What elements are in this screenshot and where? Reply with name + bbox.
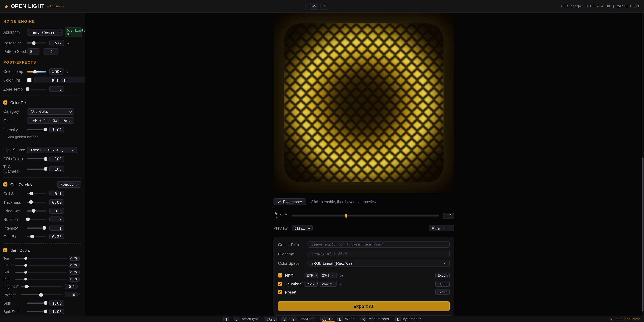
resolution-slider[interactable] [27, 42, 46, 43]
spill-slider[interactable] [27, 303, 46, 304]
export-all-button[interactable]: Export All [278, 301, 450, 311]
color-temp-slider[interactable] [27, 71, 46, 72]
tlci-camera--slider[interactable] [27, 168, 46, 169]
export-button[interactable]: Export [436, 281, 450, 287]
checkbox-export-hdr[interactable]: ✓ [278, 274, 282, 278]
gel-select[interactable]: LEE 021 - Gold Amber [27, 117, 74, 124]
slider-knob[interactable] [44, 301, 47, 305]
tonemap-select[interactable]: Filmic [429, 225, 454, 231]
value-input[interactable] [49, 69, 64, 75]
value-input[interactable] [49, 127, 64, 133]
export-button[interactable]: Export [436, 289, 450, 295]
slider-knob[interactable] [39, 293, 43, 297]
thickness-slider[interactable] [27, 201, 46, 203]
slider-knob[interactable] [44, 128, 47, 131]
value-input[interactable] [49, 309, 64, 315]
reseed-button[interactable] [43, 48, 59, 55]
format-select[interactable]: EXR▼ [304, 273, 318, 279]
redo-button[interactable]: ↷ [320, 3, 329, 10]
light-source-select[interactable]: Ideal (100/100) [27, 147, 77, 153]
value-input[interactable] [49, 86, 64, 92]
value-input[interactable] [49, 190, 64, 196]
output-path-input[interactable] [308, 241, 450, 248]
intensity-slider[interactable] [27, 129, 46, 130]
preview-ev-value[interactable] [443, 213, 454, 219]
value-input[interactable] [69, 277, 80, 282]
value-input[interactable] [49, 199, 64, 205]
checkbox-grid-overlay[interactable]: ✓ [3, 182, 8, 187]
bottom-slider[interactable] [15, 265, 67, 266]
value-input[interactable] [69, 263, 80, 268]
slider-knob[interactable] [24, 264, 27, 267]
value-input[interactable] [65, 292, 78, 297]
slider-knob[interactable] [29, 192, 33, 195]
slider-knob[interactable] [44, 310, 47, 314]
slider-knob[interactable] [42, 226, 46, 230]
size-select[interactable]: 2048▼ [320, 273, 337, 279]
value-input[interactable] [49, 225, 64, 231]
rotation-slider[interactable] [21, 294, 62, 295]
slider-knob[interactable] [44, 157, 47, 161]
control-label: Edge Soft [3, 284, 22, 288]
right-slider[interactable] [15, 279, 67, 280]
checkbox-color-gel[interactable]: ✓ [3, 101, 8, 105]
zone-temp-slider[interactable] [27, 88, 46, 90]
value-input[interactable] [49, 216, 64, 222]
slider-knob[interactable] [44, 167, 47, 171]
slider-knob[interactable] [24, 278, 27, 281]
rotation-slider[interactable] [27, 219, 46, 220]
sidebar-scrollbar-thumb[interactable] [642, 158, 644, 312]
top-slider[interactable] [15, 258, 67, 259]
value-input[interactable] [49, 40, 64, 46]
size-select[interactable]: 256▼ [320, 281, 337, 287]
algorithm-select[interactable]: Fast (Gaussian) [27, 29, 63, 36]
slider-knob[interactable] [26, 87, 30, 91]
pattern-seed-input[interactable] [27, 48, 40, 55]
format-select[interactable]: PNG▼ [304, 281, 318, 287]
slider-knob[interactable] [32, 209, 36, 213]
filename-input[interactable] [308, 251, 450, 257]
value-input[interactable] [65, 284, 78, 289]
value-input[interactable] [49, 300, 64, 306]
cell-size-slider[interactable] [27, 193, 46, 194]
slider-knob[interactable] [25, 285, 28, 288]
value-input[interactable] [49, 208, 64, 214]
shortcut-label: switch type [242, 317, 259, 321]
edge-soft-slider[interactable] [27, 210, 46, 211]
preview-size-select[interactable]: 512 px [292, 225, 312, 231]
checkbox-barn-doors[interactable]: ✓ [3, 248, 8, 252]
intensity-slider[interactable] [27, 227, 46, 228]
color-tint-hex-input[interactable] [34, 77, 85, 83]
value-input[interactable] [49, 234, 64, 240]
undo-button[interactable]: ↶ [310, 3, 318, 10]
category-select[interactable]: All Gels [27, 108, 74, 115]
colorspace-select[interactable]: sRGB Linear (Rec.709) ▼ [308, 260, 450, 267]
grid-blur-slider[interactable] [27, 236, 46, 237]
slider-knob[interactable] [33, 70, 37, 73]
left-slider[interactable] [15, 272, 67, 273]
main-content: Eyedropper Click to enable, then hover o… [274, 13, 454, 322]
slider-knob[interactable] [29, 200, 33, 204]
preview-ev-slider[interactable] [292, 215, 439, 216]
slider-knob[interactable] [24, 257, 27, 260]
history-controls: ↶ ↷ [306, 3, 329, 10]
value-input[interactable] [69, 256, 80, 261]
grid-type-select[interactable]: Honeycomb [57, 181, 81, 188]
checkbox-export-thumbnail[interactable]: ✓ [278, 282, 282, 286]
checkbox-export-preset[interactable]: ✓ [278, 290, 282, 294]
spill-soft-slider[interactable] [27, 311, 46, 312]
value-input[interactable] [69, 270, 80, 275]
light-preview-canvas[interactable] [274, 13, 454, 193]
edge-soft-slider[interactable] [21, 286, 62, 287]
preview-ev-knob[interactable] [345, 214, 348, 218]
eyedropper-button[interactable]: Eyedropper [274, 198, 306, 205]
color-tint-swatch[interactable] [27, 78, 32, 83]
slider-knob[interactable] [24, 271, 27, 274]
cri-color--slider[interactable] [27, 158, 46, 160]
slider-knob[interactable] [26, 218, 30, 221]
slider-knob[interactable] [32, 41, 36, 45]
value-input[interactable] [49, 166, 64, 172]
slider-knob[interactable] [30, 235, 34, 238]
value-input[interactable] [49, 156, 64, 162]
export-button[interactable]: Export [436, 273, 450, 279]
